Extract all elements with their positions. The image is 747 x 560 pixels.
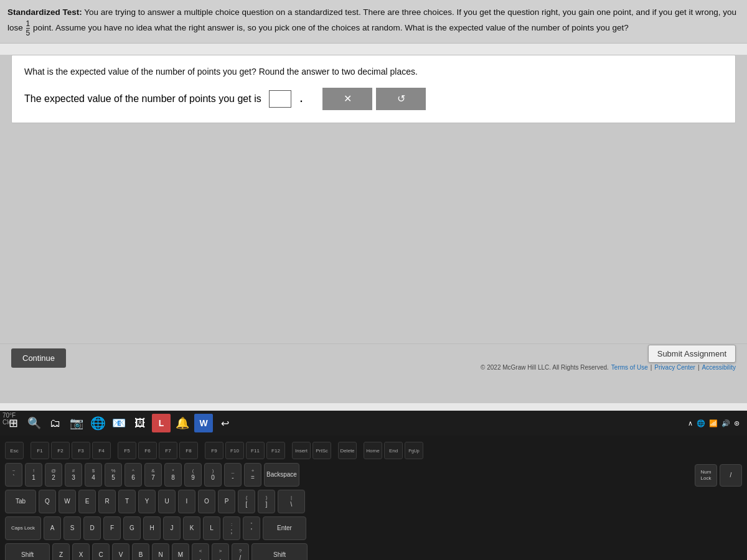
privacy-link[interactable]: Privacy Center: [654, 364, 695, 371]
key-enter[interactable]: Enter: [263, 516, 306, 540]
key-f1[interactable]: F1: [31, 442, 49, 459]
key-g[interactable]: G: [123, 516, 141, 540]
key-z[interactable]: Z: [52, 543, 70, 560]
key-home[interactable]: Home: [364, 442, 382, 459]
key-f[interactable]: F: [103, 516, 121, 540]
key-h[interactable]: H: [143, 516, 161, 540]
key-tab[interactable]: Tab: [5, 490, 36, 513]
key-slash[interactable]: ?/: [232, 543, 249, 560]
answer-input[interactable]: [269, 90, 291, 108]
key-f7[interactable]: F7: [159, 442, 177, 459]
content-footer: Continue Submit Assignment © 2022 McGraw…: [0, 343, 747, 372]
continue-button[interactable]: Continue: [11, 348, 66, 368]
key-delete[interactable]: Delete: [338, 442, 357, 459]
clear-button[interactable]: ✕: [322, 88, 372, 110]
key-f3[interactable]: F3: [72, 442, 90, 459]
copyright-bar: © 2022 McGraw Hill LLC. All Rights Reser…: [481, 364, 736, 371]
key-2[interactable]: @2: [45, 463, 62, 487]
key-d[interactable]: D: [83, 516, 101, 540]
key-w[interactable]: W: [59, 490, 76, 513]
accessibility-link[interactable]: Accessibility: [702, 364, 736, 371]
key-f2[interactable]: F2: [51, 442, 70, 459]
submit-assignment-button[interactable]: Submit Assignment: [648, 345, 736, 363]
key-x[interactable]: X: [72, 543, 90, 560]
key-3[interactable]: #3: [65, 463, 82, 487]
answer-row-container: The expected value of the number of poin…: [24, 88, 723, 110]
taskbar-back[interactable]: ↩: [215, 414, 234, 432]
key-r[interactable]: R: [98, 490, 116, 513]
key-p[interactable]: P: [218, 490, 235, 513]
key-j[interactable]: J: [163, 516, 181, 540]
refresh-button[interactable]: ↺: [376, 88, 426, 110]
key-t[interactable]: T: [118, 490, 136, 513]
key-lbracket[interactable]: {[: [238, 490, 255, 513]
key-pgup[interactable]: PgUp: [405, 442, 423, 459]
key-q[interactable]: Q: [39, 490, 56, 513]
key-f11[interactable]: F11: [246, 442, 265, 459]
key-9[interactable]: (9: [184, 463, 202, 487]
key-minus[interactable]: _-: [224, 463, 242, 487]
key-backspace[interactable]: Backspace: [264, 463, 299, 487]
key-7[interactable]: &7: [144, 463, 162, 487]
key-f6[interactable]: F6: [138, 442, 157, 459]
key-period[interactable]: >.: [212, 543, 229, 560]
key-backtick[interactable]: ~`: [5, 463, 22, 487]
key-f10[interactable]: F10: [225, 442, 244, 459]
key-f9[interactable]: F9: [205, 442, 223, 459]
key-4[interactable]: $4: [85, 463, 102, 487]
fn-row: Esc F1 F2 F3 F4 F5 F6 F7 F8 F9 F10 F11 F…: [5, 442, 742, 459]
key-equals[interactable]: +=: [244, 463, 261, 487]
key-n[interactable]: N: [152, 543, 169, 560]
key-6[interactable]: ^6: [125, 463, 142, 487]
key-e[interactable]: E: [78, 490, 96, 513]
taskbar-bell[interactable]: 🔔: [173, 414, 192, 432]
key-b[interactable]: B: [132, 543, 149, 560]
key-k[interactable]: K: [183, 516, 200, 540]
key-a[interactable]: A: [44, 516, 61, 540]
key-esc[interactable]: Esc: [5, 442, 24, 459]
keyboard-row-4: Shift Z X C V B N M <, >. ?/ Shift: [5, 543, 742, 560]
key-f5[interactable]: F5: [118, 442, 136, 459]
key-1[interactable]: !1: [25, 463, 42, 487]
taskbar-gallery[interactable]: 🖼: [131, 414, 149, 432]
key-numpad-slash[interactable]: /: [720, 464, 742, 487]
key-f12[interactable]: F12: [266, 442, 285, 459]
key-0[interactable]: )0: [204, 463, 222, 487]
key-m[interactable]: M: [172, 543, 189, 560]
key-shift-right[interactable]: Shift: [251, 543, 308, 560]
header-bold: Standardized Test:: [7, 7, 82, 17]
key-o[interactable]: O: [198, 490, 215, 513]
key-l[interactable]: L: [203, 516, 220, 540]
key-f4[interactable]: F4: [92, 442, 111, 459]
taskbar-word[interactable]: W: [194, 414, 213, 432]
key-y[interactable]: Y: [138, 490, 156, 513]
key-insert[interactable]: Insert: [292, 442, 311, 459]
key-8[interactable]: *8: [164, 463, 182, 487]
temperature: 70°F: [2, 412, 17, 419]
key-backslash[interactable]: |\: [278, 490, 305, 513]
taskbar-user[interactable]: L: [152, 414, 171, 432]
key-prtsc[interactable]: PrtSc: [312, 442, 331, 459]
taskbar-search[interactable]: 🔍: [25, 414, 44, 432]
taskbar-browser[interactable]: 🌐: [88, 414, 107, 432]
taskbar-camera[interactable]: 📷: [67, 414, 86, 432]
key-5[interactable]: %5: [105, 463, 122, 487]
taskbar-mail[interactable]: 📧: [110, 414, 128, 432]
key-f8[interactable]: F8: [179, 442, 198, 459]
key-quote[interactable]: "': [243, 516, 260, 540]
key-end[interactable]: End: [384, 442, 403, 459]
key-capslock[interactable]: Caps Lock: [5, 516, 41, 540]
key-rbracket[interactable]: }]: [258, 490, 275, 513]
key-comma[interactable]: <,: [192, 543, 209, 560]
key-shift-left[interactable]: Shift: [5, 543, 50, 560]
taskbar-files[interactable]: 🗂: [46, 414, 65, 432]
key-semicolon[interactable]: :;: [223, 516, 240, 540]
key-v[interactable]: V: [112, 543, 129, 560]
key-s[interactable]: S: [63, 516, 81, 540]
key-u[interactable]: U: [158, 490, 176, 513]
key-i[interactable]: I: [178, 490, 195, 513]
key-c[interactable]: C: [92, 543, 110, 560]
key-numlock[interactable]: NumLock: [695, 464, 717, 487]
taskbar: ⊞ 🔍 🗂 📷 🌐 📧 🖼 L 🔔 W ↩ ∧ 🌐 📶 🔊 ⊛: [0, 411, 747, 436]
terms-link[interactable]: Terms of Use: [611, 364, 648, 371]
